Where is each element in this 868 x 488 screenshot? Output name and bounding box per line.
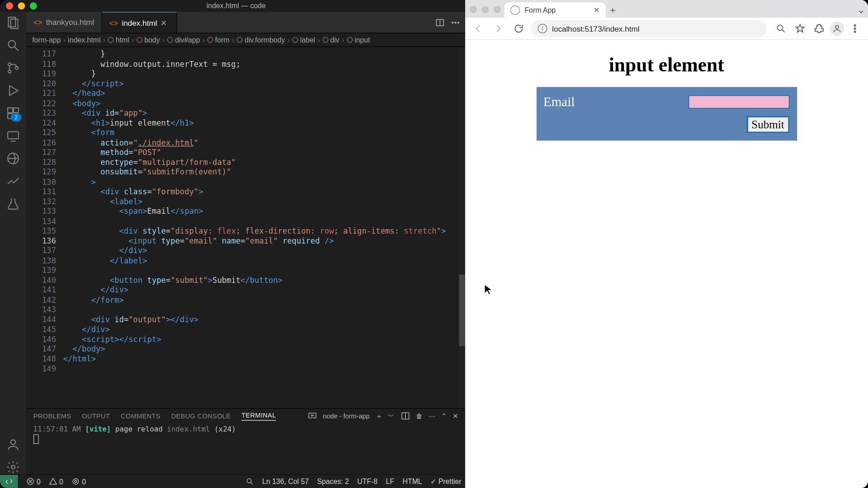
trash-icon[interactable]: 🗑 (416, 413, 423, 420)
live-share-icon[interactable] (6, 151, 20, 166)
window-title: index.html — code (37, 2, 435, 10)
profile-avatar[interactable] (830, 21, 844, 36)
back-button[interactable] (470, 20, 486, 37)
panel-tab-terminal[interactable]: TERMINAL (241, 412, 276, 421)
traffic-minimize-icon[interactable] (18, 2, 25, 9)
chevron-down-icon[interactable]: ⌄ (854, 2, 868, 18)
kebab-menu-icon[interactable] (847, 20, 863, 37)
svg-point-18 (452, 22, 453, 23)
breadcrumb-item[interactable]: ⎔ label (292, 36, 315, 44)
status-formatter[interactable]: ✓ Prettier (430, 477, 462, 485)
traffic-maximize-icon[interactable] (30, 2, 37, 9)
svg-point-20 (458, 22, 459, 23)
forward-button[interactable] (490, 20, 507, 37)
svg-point-29 (73, 479, 78, 484)
traffic-maximize-icon[interactable] (494, 6, 501, 13)
more-icon[interactable]: ⋯ (429, 412, 435, 420)
panel-tab-debug-console[interactable]: DEBUG CONSOLE (171, 413, 231, 420)
tab-thankyou[interactable]: <> thankyou.html (26, 12, 102, 33)
run-task-icon[interactable] (307, 411, 317, 421)
status-search-icon[interactable] (245, 477, 254, 486)
svg-point-2 (8, 41, 15, 48)
account-icon[interactable] (6, 437, 20, 452)
status-errors[interactable]: 0 (26, 477, 41, 486)
close-icon[interactable]: ✕ (594, 6, 599, 14)
extensions-icon[interactable]: 2 (6, 106, 20, 121)
breadcrumb-item[interactable]: ⎔ div#app (167, 36, 200, 44)
svg-rect-11 (8, 131, 19, 139)
line-gutter: 117 118 119 120 121 122 123 124 125 126 … (26, 47, 61, 408)
traffic-close-icon[interactable] (470, 6, 477, 13)
extensions-icon[interactable] (811, 20, 827, 37)
split-terminal-icon[interactable] (401, 411, 410, 421)
browser-tab[interactable]: Form App ✕ (505, 2, 606, 18)
files-icon[interactable] (6, 15, 20, 30)
status-warnings[interactable]: 0 (49, 477, 63, 486)
tab-index[interactable]: <> index.html ✕ (102, 12, 177, 33)
source-control-icon[interactable] (6, 61, 20, 75)
svg-point-4 (8, 63, 11, 66)
panel-tab-comments[interactable]: COMMENTS (121, 413, 160, 420)
status-cursor[interactable]: Ln 136, Col 57 (262, 477, 309, 485)
remote-indicator[interactable] (0, 475, 18, 488)
address-bar[interactable]: i localhost:5173/index.html (531, 20, 767, 37)
breadcrumb-item[interactable]: ⎔ div.formbody (236, 36, 285, 44)
extensions-badge: 2 (11, 113, 22, 122)
traffic-close-icon[interactable] (6, 2, 13, 9)
svg-marker-7 (9, 86, 18, 95)
breadcrumb[interactable]: form-app›index.html›⎔ html›⎔ body›⎔ div#… (26, 33, 465, 47)
breadcrumb-item[interactable]: form-app (32, 36, 61, 44)
maximize-panel-icon[interactable]: ⌃ (441, 412, 447, 420)
svg-point-32 (778, 25, 783, 30)
gear-icon[interactable] (6, 460, 20, 474)
zoom-icon[interactable] (773, 20, 789, 37)
reload-button[interactable] (510, 20, 527, 37)
new-tab-button[interactable]: ＋ (606, 2, 620, 18)
search-icon[interactable] (6, 38, 20, 52)
status-eol[interactable]: LF (386, 477, 394, 485)
breadcrumb-item[interactable]: ⎔ body (137, 36, 160, 44)
tab-title: Form App (524, 6, 556, 14)
split-editor-icon[interactable] (435, 18, 445, 27)
run-debug-icon[interactable] (6, 84, 20, 98)
status-ports[interactable]: 0 (71, 477, 86, 486)
site-info-icon[interactable]: i (538, 24, 547, 33)
breadcrumb-item[interactable]: ⎔ input (347, 36, 370, 44)
page-heading: input element (609, 54, 724, 76)
svg-point-37 (854, 28, 855, 29)
terminal-task-label[interactable]: node - form-app (323, 413, 369, 420)
page-content: input element Email Submit (465, 40, 868, 488)
breadcrumb-item[interactable]: index.html (68, 36, 100, 44)
breadcrumb-item[interactable]: ⎔ html (108, 36, 129, 44)
terminal-output[interactable]: 11:57:01 AM [vite] page reload index.htm… (26, 423, 465, 474)
remote-explorer-icon[interactable] (6, 129, 20, 143)
panel-tab-output[interactable]: OUTPUT (82, 413, 110, 420)
code-content[interactable]: } window.output.innerText = msg; } </scr… (61, 47, 465, 408)
bookmark-icon[interactable] (792, 20, 808, 37)
scrollbar-thumb[interactable] (459, 275, 465, 346)
submit-button[interactable]: Submit (746, 116, 789, 134)
code-editor[interactable]: 117 118 119 120 121 122 123 124 125 126 … (26, 47, 465, 408)
close-icon[interactable]: ✕ (160, 18, 169, 27)
svg-rect-9 (14, 108, 19, 113)
close-panel-icon[interactable]: ✕ (453, 412, 458, 420)
status-encoding[interactable]: UTF-8 (357, 477, 377, 485)
chevron-down-icon[interactable]: ﹀ (388, 412, 395, 421)
beaker-icon[interactable] (6, 197, 20, 211)
more-icon[interactable] (451, 18, 460, 27)
chrome-tabstrip: Form App ✕ ＋ ⌄ (465, 0, 868, 18)
breadcrumb-item[interactable]: ⎔ div (322, 36, 340, 44)
status-language[interactable]: HTML (403, 477, 422, 485)
tab-label: index.html (122, 18, 157, 27)
traffic-minimize-icon[interactable] (482, 6, 489, 13)
new-terminal-icon[interactable]: ＋ (376, 412, 382, 421)
breadcrumb-item[interactable]: ⎔ form (207, 36, 229, 44)
status-spaces[interactable]: Spaces: 2 (317, 477, 349, 485)
scrollbar-track[interactable] (459, 47, 465, 408)
svg-point-28 (75, 480, 77, 483)
svg-line-3 (15, 47, 19, 51)
graph-icon[interactable] (6, 174, 20, 188)
email-field[interactable] (688, 95, 789, 109)
panel-tab-problems[interactable]: PROBLEMS (33, 413, 71, 420)
vscode-titlebar[interactable]: index.html — code (0, 0, 465, 12)
